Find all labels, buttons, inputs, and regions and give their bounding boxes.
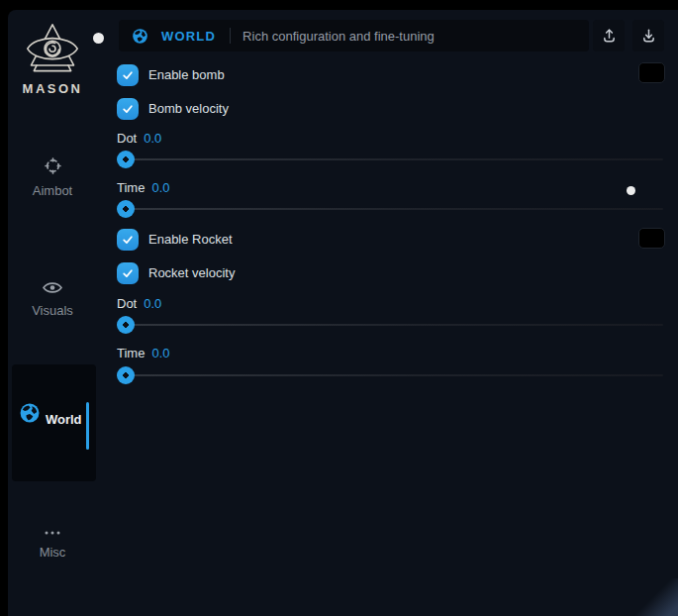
bomb-dot-slider-handle[interactable] <box>117 151 135 168</box>
slider-value: 0.0 <box>144 131 161 146</box>
bomb-time-slider-handle[interactable] <box>117 200 135 218</box>
corner-glow-decoration <box>630 578 678 616</box>
bomb-dot-slider-label: Dot0.0 <box>117 131 161 146</box>
ellipsis-icon <box>43 529 62 537</box>
slider-name: Dot <box>117 131 137 146</box>
sidebar-item-visuals[interactable]: Visuals <box>8 280 97 319</box>
upload-icon <box>601 27 618 45</box>
bomb-velocity-checkbox[interactable] <box>117 98 139 120</box>
brand-logo <box>8 22 97 83</box>
check-icon <box>121 68 135 82</box>
sidebar-item-misc[interactable]: Misc <box>8 529 97 561</box>
enable-bomb-label: Enable bomb <box>148 64 225 86</box>
check-icon <box>121 233 135 247</box>
rocket-dot-slider-track[interactable] <box>117 324 663 326</box>
pyramid-eye-icon <box>24 22 81 79</box>
sidebar-item-label: World <box>46 412 82 427</box>
enable-bomb-checkbox[interactable] <box>117 64 139 86</box>
enable-rocket-label: Enable Rocket <box>148 229 233 251</box>
globe-icon <box>19 402 41 424</box>
bomb-color-swatch[interactable] <box>638 62 665 83</box>
rocket-time-slider-handle[interactable] <box>117 366 135 384</box>
cursor-dot <box>627 186 635 195</box>
brand-name: MASON <box>8 81 97 96</box>
cursor-dot <box>93 33 104 44</box>
rocket-time-slider-track[interactable] <box>117 374 663 376</box>
download-config-button[interactable] <box>632 20 664 51</box>
rocket-velocity-label: Rocket velocity <box>148 262 235 284</box>
sidebar-item-aimbot[interactable]: Aimbot <box>8 156 97 199</box>
bomb-velocity-label: Bomb velocity <box>148 98 229 120</box>
rocket-color-swatch[interactable] <box>638 228 665 249</box>
slider-name: Time <box>117 346 145 360</box>
rocket-dot-slider-label: Dot0.0 <box>117 296 161 311</box>
page-title: WORLD <box>161 29 216 44</box>
slider-value: 0.0 <box>151 180 169 195</box>
slider-value: 0.0 <box>151 346 169 360</box>
slider-value: 0.0 <box>144 296 161 311</box>
bomb-time-slider-track[interactable] <box>117 208 663 210</box>
sidebar-item-label: Aimbot <box>33 183 72 198</box>
bomb-dot-slider-track[interactable] <box>117 158 663 160</box>
page-subtitle: Rich configuration and fine-tuning <box>242 29 435 44</box>
sidebar-item-label: Misc <box>40 545 66 560</box>
rocket-velocity-checkbox[interactable] <box>117 262 139 284</box>
check-icon <box>121 266 135 280</box>
slider-name: Time <box>117 180 145 195</box>
header-divider <box>230 28 231 44</box>
check-icon <box>121 102 135 116</box>
sidebar-item-label: Visuals <box>32 303 73 318</box>
enable-rocket-checkbox[interactable] <box>117 229 139 251</box>
sidebar: MASON Aimbot Visuals <box>8 10 109 616</box>
bomb-time-slider-label: Time0.0 <box>117 180 169 195</box>
upload-config-button[interactable] <box>593 20 625 51</box>
page-header: WORLD Rich configuration and fine-tuning <box>119 20 589 51</box>
rocket-time-slider-label: Time0.0 <box>117 346 169 360</box>
download-icon <box>640 27 657 45</box>
globe-icon <box>132 28 148 45</box>
slider-name: Dot <box>117 296 137 311</box>
selected-indicator <box>86 402 89 450</box>
app-window: MASON Aimbot Visuals <box>8 10 678 616</box>
sidebar-item-world[interactable]: World <box>12 364 96 481</box>
crosshair-icon <box>44 156 62 175</box>
eye-icon <box>43 280 62 295</box>
rocket-dot-slider-handle[interactable] <box>117 316 135 334</box>
